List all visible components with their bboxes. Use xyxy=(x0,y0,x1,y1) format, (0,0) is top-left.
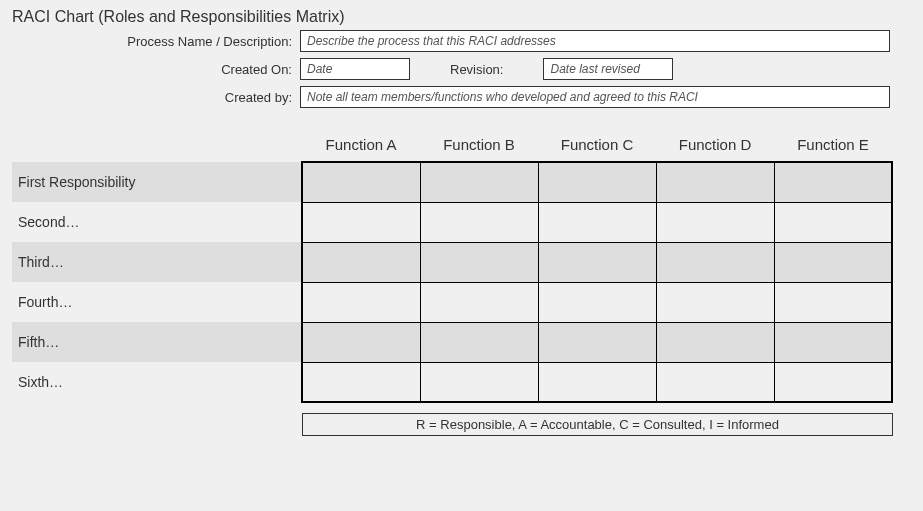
raci-cell[interactable] xyxy=(538,282,656,322)
matrix-corner-blank xyxy=(12,132,302,162)
raci-cell[interactable] xyxy=(656,202,774,242)
table-row: Second… xyxy=(12,202,892,242)
raci-cell[interactable] xyxy=(774,162,892,202)
raci-cell[interactable] xyxy=(302,362,420,402)
raci-cell[interactable] xyxy=(656,322,774,362)
row-header[interactable]: Sixth… xyxy=(12,362,302,402)
matrix-header-row: Function A Function B Function C Functio… xyxy=(12,132,892,162)
raci-cell[interactable] xyxy=(656,362,774,402)
process-name-label: Process Name / Description: xyxy=(0,30,300,49)
raci-cell[interactable] xyxy=(420,242,538,282)
table-row: Third… xyxy=(12,242,892,282)
raci-cell[interactable] xyxy=(538,242,656,282)
table-row: First Responsibility xyxy=(12,162,892,202)
created-on-label: Created On: xyxy=(0,58,300,77)
row-header[interactable]: Second… xyxy=(12,202,302,242)
row-header[interactable]: Fourth… xyxy=(12,282,302,322)
created-by-label: Created by: xyxy=(0,86,300,105)
raci-legend: R = Responsible, A = Accountable, C = Co… xyxy=(302,413,893,436)
raci-cell[interactable] xyxy=(774,322,892,362)
column-header[interactable]: Function A xyxy=(302,132,420,162)
page-title: RACI Chart (Roles and Responsibilities M… xyxy=(0,0,923,26)
column-header[interactable]: Function E xyxy=(774,132,892,162)
raci-cell[interactable] xyxy=(538,362,656,402)
row-header[interactable]: Fifth… xyxy=(12,322,302,362)
raci-matrix: Function A Function B Function C Functio… xyxy=(12,132,893,403)
table-row: Fifth… xyxy=(12,322,892,362)
created-on-field[interactable]: Date xyxy=(300,58,410,80)
raci-cell[interactable] xyxy=(302,282,420,322)
raci-cell[interactable] xyxy=(302,162,420,202)
raci-cell[interactable] xyxy=(302,202,420,242)
raci-cell[interactable] xyxy=(420,362,538,402)
raci-cell[interactable] xyxy=(420,282,538,322)
raci-cell[interactable] xyxy=(420,162,538,202)
raci-cell[interactable] xyxy=(774,242,892,282)
column-header[interactable]: Function B xyxy=(420,132,538,162)
raci-cell[interactable] xyxy=(302,322,420,362)
column-header[interactable]: Function D xyxy=(656,132,774,162)
process-name-field[interactable]: Describe the process that this RACI addr… xyxy=(300,30,890,52)
raci-cell[interactable] xyxy=(774,282,892,322)
raci-cell[interactable] xyxy=(538,162,656,202)
created-by-field[interactable]: Note all team members/functions who deve… xyxy=(300,86,890,108)
raci-cell[interactable] xyxy=(420,202,538,242)
raci-cell[interactable] xyxy=(420,322,538,362)
raci-cell[interactable] xyxy=(774,362,892,402)
raci-cell[interactable] xyxy=(656,242,774,282)
raci-cell[interactable] xyxy=(656,282,774,322)
metadata-block: Process Name / Description: Describe the… xyxy=(0,26,923,112)
raci-cell[interactable] xyxy=(302,242,420,282)
row-header[interactable]: First Responsibility xyxy=(12,162,302,202)
raci-cell[interactable] xyxy=(538,202,656,242)
column-header[interactable]: Function C xyxy=(538,132,656,162)
revision-label: Revision: xyxy=(450,62,503,77)
revision-field[interactable]: Date last revised xyxy=(543,58,673,80)
table-row: Sixth… xyxy=(12,362,892,402)
row-header[interactable]: Third… xyxy=(12,242,302,282)
raci-cell[interactable] xyxy=(656,162,774,202)
raci-cell[interactable] xyxy=(538,322,656,362)
table-row: Fourth… xyxy=(12,282,892,322)
raci-cell[interactable] xyxy=(774,202,892,242)
